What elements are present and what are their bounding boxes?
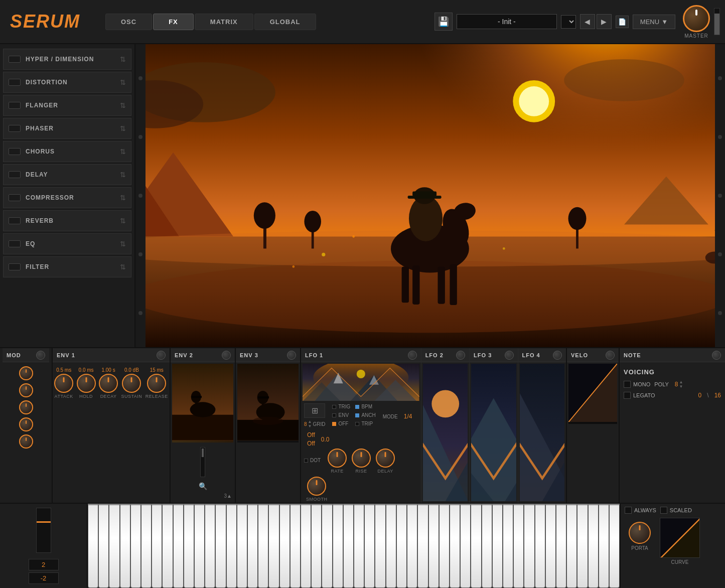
always-checkbox[interactable]: [625, 507, 632, 514]
white-key-31[interactable]: [407, 504, 417, 588]
fx-item-hyper[interactable]: HYPER / DIMENSION ⇅: [3, 49, 131, 70]
white-key-34[interactable]: [439, 504, 450, 588]
lfo1-dot-dot[interactable]: [304, 459, 308, 463]
velo-knob[interactable]: [606, 351, 615, 360]
white-key-26[interactable]: [354, 504, 364, 588]
white-key-36[interactable]: [460, 504, 471, 588]
mod-knob-4[interactable]: [19, 417, 33, 431]
white-key-5[interactable]: [130, 504, 141, 588]
master-knob[interactable]: [683, 5, 710, 32]
fx-item-flanger[interactable]: FLANGER ⇅: [3, 95, 131, 116]
poly-checkbox-label[interactable]: POLY: [654, 381, 669, 387]
pitch-wheel[interactable]: [36, 508, 51, 553]
fx-item-compressor[interactable]: COMPRESSOR ⇅: [3, 187, 131, 208]
white-key-42[interactable]: [524, 504, 534, 588]
lfo1-off1-val[interactable]: Off: [307, 431, 315, 438]
mono-checkbox[interactable]: [624, 381, 631, 388]
lfo1-fraction-val[interactable]: 1/4: [404, 413, 412, 420]
white-key-23[interactable]: [322, 504, 332, 588]
mod-knob-1[interactable]: [19, 366, 33, 380]
white-key-19[interactable]: [279, 504, 290, 588]
env1-hold-knob[interactable]: [77, 374, 96, 393]
white-key-41[interactable]: [513, 504, 524, 588]
white-key-14[interactable]: [226, 504, 237, 588]
lfo1-trip-dot[interactable]: [355, 422, 359, 426]
notes-button[interactable]: 📄: [616, 16, 629, 28]
lfo1-knob[interactable]: [408, 351, 417, 360]
fx-toggle-flanger[interactable]: [9, 102, 21, 109]
lfo1-off-dot[interactable]: [332, 422, 336, 426]
scaled-checkbox-label[interactable]: SCALED: [660, 507, 692, 514]
white-key-3[interactable]: [109, 504, 119, 588]
white-key-37[interactable]: [471, 504, 481, 588]
white-key-20[interactable]: [290, 504, 301, 588]
white-key-9[interactable]: [173, 504, 184, 588]
white-key-46[interactable]: [566, 504, 577, 588]
env1-decay-knob[interactable]: [99, 374, 118, 393]
fx-item-eq[interactable]: EQ ⇅: [3, 233, 131, 254]
fx-toggle-hyper[interactable]: [9, 56, 21, 63]
white-key-10[interactable]: [184, 504, 194, 588]
lfo1-anch-item[interactable]: ANCH: [355, 412, 375, 418]
mod-knob-3[interactable]: [19, 400, 33, 414]
mod-knob-2[interactable]: [19, 383, 33, 397]
fx-toggle-filter[interactable]: [9, 263, 21, 270]
lfo3-knob[interactable]: [505, 351, 514, 360]
white-key-8[interactable]: [162, 504, 173, 588]
white-key-4[interactable]: [120, 504, 130, 588]
lfo1-rate-knob[interactable]: [328, 449, 347, 468]
lfo1-anch-dot[interactable]: [355, 413, 359, 417]
fx-toggle-distortion[interactable]: [9, 79, 21, 86]
tab-fx[interactable]: FX: [153, 14, 194, 30]
mod-knob[interactable]: [36, 351, 45, 360]
white-key-33[interactable]: [428, 504, 439, 588]
fx-toggle-compressor[interactable]: [9, 194, 21, 201]
lfo1-trip-item[interactable]: TRIP: [355, 421, 375, 426]
white-key-35[interactable]: [450, 504, 460, 588]
fx-item-reverb[interactable]: REVERB ⇅: [3, 210, 131, 231]
fx-toggle-delay[interactable]: [9, 171, 21, 178]
env1-sustain-knob[interactable]: [122, 374, 141, 393]
grid-button[interactable]: ⊞: [304, 403, 325, 418]
tab-osc[interactable]: OSC: [105, 14, 152, 30]
fx-toggle-chorus[interactable]: [9, 148, 21, 155]
fx-toggle-eq[interactable]: [9, 240, 21, 247]
lfo1-trig-item[interactable]: TRIG: [332, 404, 350, 409]
mono-checkbox-label[interactable]: MONO: [624, 381, 650, 388]
white-key-2[interactable]: [98, 504, 109, 588]
white-key-1[interactable]: [88, 504, 98, 588]
white-key-18[interactable]: [268, 504, 279, 588]
env1-knob[interactable]: [157, 351, 166, 360]
white-key-43[interactable]: [535, 504, 545, 588]
white-key-24[interactable]: [333, 504, 343, 588]
preset-name[interactable]: - Init -: [457, 14, 557, 29]
white-key-29[interactable]: [386, 504, 396, 588]
fx-item-phaser[interactable]: PHASER ⇅: [3, 118, 131, 139]
lfo1-env-item[interactable]: ENV: [332, 412, 350, 418]
master-volume-slider[interactable]: [714, 8, 720, 35]
fx-item-chorus[interactable]: CHORUS ⇅: [3, 141, 131, 162]
env3-knob[interactable]: [287, 351, 296, 360]
legato-checkbox-label[interactable]: LEGATO: [624, 392, 655, 399]
white-key-22[interactable]: [311, 504, 322, 588]
white-key-40[interactable]: [503, 504, 513, 588]
lfo4-knob[interactable]: [553, 351, 562, 360]
scaled-checkbox[interactable]: [660, 507, 667, 514]
always-checkbox-label[interactable]: ALWAYS: [625, 507, 656, 514]
white-key-6[interactable]: [141, 504, 152, 588]
preset-save-button[interactable]: 💾: [434, 13, 453, 31]
white-key-49[interactable]: [599, 504, 609, 588]
porta-knob[interactable]: [629, 522, 651, 544]
preset-dropdown[interactable]: [561, 15, 576, 29]
white-key-16[interactable]: [247, 504, 258, 588]
white-key-15[interactable]: [237, 504, 247, 588]
white-key-45[interactable]: [556, 504, 566, 588]
white-key-50[interactable]: [609, 504, 620, 588]
white-key-27[interactable]: [364, 504, 375, 588]
lfo1-off2-val[interactable]: Off: [307, 440, 315, 447]
lfo1-env-dot[interactable]: [332, 413, 336, 417]
white-key-21[interactable]: [301, 504, 311, 588]
env1-attack-knob[interactable]: [54, 374, 73, 393]
lfo1-smooth-knob[interactable]: [307, 477, 326, 496]
white-key-32[interactable]: [417, 504, 428, 588]
